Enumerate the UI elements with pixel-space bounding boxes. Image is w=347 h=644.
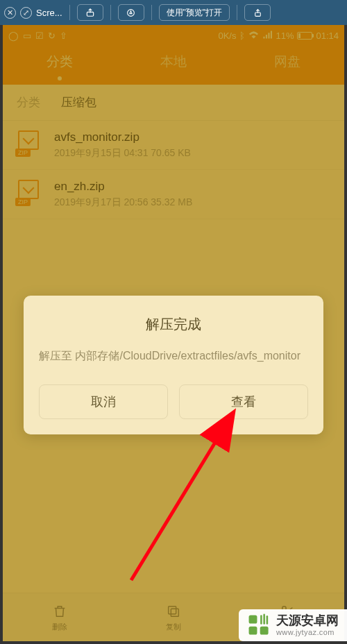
refresh-icon: ↻: [48, 31, 56, 41]
status-right: 0K/s ᛒ 11% 01:14: [218, 31, 339, 41]
share-up-icon: [253, 8, 262, 17]
wifi-icon: [248, 31, 259, 41]
svg-rect-8: [249, 616, 257, 624]
watermark: 天源安卓网 www.jytyaz.com: [239, 609, 347, 641]
circle-icon: ◯: [8, 31, 19, 41]
annotation-arrow: [96, 421, 235, 590]
trash-icon: [51, 603, 68, 620]
android-status-bar: ◯ ▭ ☑ ↻ ⇧ 0K/s ᛒ 11% 01:14: [3, 25, 344, 46]
file-name: en_zh.zip: [54, 180, 192, 194]
chat-icon: ▭: [23, 31, 31, 41]
svg-line-7: [131, 438, 218, 580]
file-name: avfs_monitor.zip: [54, 130, 191, 144]
svg-rect-4: [169, 606, 176, 613]
pencil-icon: [126, 8, 135, 17]
separator: [69, 5, 70, 20]
upload-icon: ⇧: [60, 31, 67, 41]
file-item[interactable]: ZIP en_zh.zip 2019年9月17日 20:56 35.32 MB: [3, 170, 344, 219]
status-left-icons: ◯ ▭ ☑ ↻ ⇧: [8, 31, 67, 41]
close-icon[interactable]: ✕: [4, 7, 16, 19]
zip-badge: ZIP: [15, 198, 31, 206]
view-button[interactable]: 查看: [179, 384, 308, 419]
bluetooth-icon: ᛒ: [239, 31, 245, 41]
tab-category[interactable]: 分类: [3, 53, 117, 71]
action-label: 删除: [52, 622, 67, 632]
separator: [151, 5, 152, 20]
action-label: 复制: [166, 622, 181, 632]
dialog-message: 解压至 内部存储/CloudDrive/extractfiles/avfs_mo…: [39, 348, 308, 365]
cancel-button[interactable]: 取消: [39, 384, 168, 419]
clock-time: 01:14: [316, 31, 339, 41]
file-info: en_zh.zip 2019年9月17日 20:56 35.32 MB: [54, 180, 192, 209]
share-box-icon: [85, 8, 95, 17]
expand-icon[interactable]: ⤢: [20, 7, 32, 19]
battery-percent: 11%: [276, 31, 294, 41]
svg-rect-10: [260, 627, 269, 635]
preview-app-toolbar: ✕ ⤢ Scre... 使用"预览"打开: [0, 0, 347, 25]
toolbar-filename: Scre...: [36, 8, 62, 18]
separator: [237, 5, 237, 20]
delete-button[interactable]: 删除: [51, 603, 68, 632]
battery-icon: [297, 32, 312, 40]
signal-icon: [262, 31, 272, 41]
svg-rect-9: [249, 627, 257, 635]
phone-screenshot: ◯ ▭ ☑ ↻ ⇧ 0K/s ᛒ 11% 01:14 分类 本地 网盘: [3, 25, 344, 641]
file-info: avfs_monitor.zip 2019年9月15日 04:31 70.65 …: [54, 130, 191, 160]
watermark-logo-icon: [247, 613, 271, 637]
watermark-name: 天源安卓网: [276, 614, 339, 628]
breadcrumb-item-current[interactable]: 压缩包: [61, 94, 96, 110]
top-tabs: 分类 本地 网盘: [3, 46, 344, 85]
breadcrumb-item[interactable]: 分类: [17, 94, 40, 110]
open-with-preview-button[interactable]: 使用"预览"打开: [159, 4, 230, 21]
active-indicator: [58, 76, 62, 80]
copy-button[interactable]: 复制: [165, 603, 182, 632]
separator: [110, 5, 111, 20]
network-speed: 0K/s: [218, 31, 236, 41]
file-meta: 2019年9月17日 20:56 35.32 MB: [54, 196, 192, 209]
share-button-2[interactable]: [244, 4, 271, 21]
file-item[interactable]: ZIP avfs_monitor.zip 2019年9月15日 04:31 70…: [3, 121, 344, 170]
tab-local[interactable]: 本地: [117, 53, 230, 71]
zip-file-icon: ZIP: [15, 180, 43, 206]
zip-badge: ZIP: [15, 149, 31, 157]
dialog-title: 解压完成: [39, 315, 308, 334]
copy-icon: [165, 603, 182, 620]
extract-complete-dialog: 解压完成 解压至 内部存储/CloudDrive/extractfiles/av…: [24, 296, 323, 434]
checkbox-icon: ☑: [35, 31, 44, 41]
zip-file-icon: ZIP: [15, 130, 43, 157]
file-meta: 2019年9月15日 04:31 70.65 KB: [54, 147, 191, 160]
tab-label: 分类: [46, 54, 73, 69]
svg-rect-3: [171, 609, 178, 616]
watermark-url: www.jytyaz.com: [276, 628, 339, 636]
share-button[interactable]: [77, 4, 103, 21]
markup-button[interactable]: [118, 4, 144, 21]
breadcrumb: 分类 压缩包: [3, 85, 344, 121]
tab-cloud[interactable]: 网盘: [230, 53, 344, 71]
